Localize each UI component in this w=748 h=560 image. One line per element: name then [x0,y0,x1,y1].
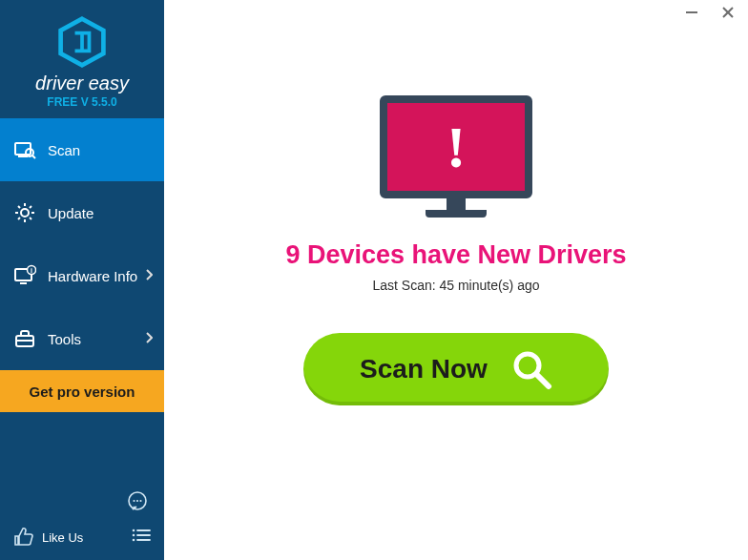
scan-icon [13,138,36,161]
feedback-button[interactable] [122,489,149,516]
version-label: FREE V 5.5.0 [0,95,164,109]
svg-line-13 [18,218,20,219]
nav-tools[interactable]: Tools [0,307,164,370]
chevron-right-icon [145,267,153,284]
scan-now-button[interactable]: Scan Now [303,333,609,405]
window-controls [683,4,737,21]
svg-point-28 [133,529,135,532]
nav-get-pro[interactable]: Get pro version [0,370,164,412]
nav-tools-label: Tools [48,331,81,347]
svg-point-24 [139,500,141,502]
main-content: ! 9 Devices have New Drivers Last Scan: … [164,0,748,560]
nav: Scan Update i Hardware Info Tools [0,118,164,514]
svg-line-35 [536,374,549,386]
nav-pro-label: Get pro version [30,384,135,400]
toolbox-icon [13,327,36,350]
svg-point-30 [133,539,135,542]
nav-update-label: Update [48,205,94,221]
version-number: 5.5.0 [92,95,117,109]
svg-line-12 [30,218,31,219]
nav-hardware-label: Hardware Info [48,268,137,284]
svg-point-29 [133,534,135,537]
thumbs-up-icon [11,526,34,549]
logo-icon [55,15,109,69]
gear-icon [13,201,36,224]
scan-now-label: Scan Now [360,354,488,384]
logo-area: driver easy FREE V 5.5.0 [0,0,164,118]
nav-scan-label: Scan [48,142,80,158]
status-headline: 9 Devices have New Drivers [285,240,626,270]
hero: ! 9 Devices have New Drivers Last Scan: … [164,0,748,405]
like-us-button[interactable]: Like Us [42,530,118,545]
nav-scan[interactable]: Scan [0,118,164,181]
chevron-right-icon [145,330,153,347]
svg-point-22 [133,500,135,502]
svg-line-14 [30,206,31,208]
svg-line-11 [18,206,20,208]
bottom-bar: Like Us [0,514,164,560]
sidebar: driver easy FREE V 5.5.0 Scan Update i H… [0,0,164,560]
menu-button[interactable] [126,524,153,550]
version-prefix: FREE V [47,95,92,109]
magnifier-icon [510,348,552,390]
nav-hardware-info[interactable]: i Hardware Info [0,244,164,307]
last-scan-label: Last Scan: 45 minute(s) ago [372,278,539,293]
svg-point-23 [136,500,138,502]
monitor-alert-icon: ! [380,95,532,218]
minimize-button[interactable] [683,4,700,21]
svg-point-6 [21,209,29,217]
exclaim-icon: ! [447,114,467,181]
svg-line-5 [32,156,35,158]
brand-name: driver easy [0,73,164,94]
monitor-info-icon: i [13,264,36,287]
nav-update[interactable]: Update [0,181,164,244]
svg-text:i: i [31,267,32,274]
close-button[interactable] [719,4,737,21]
